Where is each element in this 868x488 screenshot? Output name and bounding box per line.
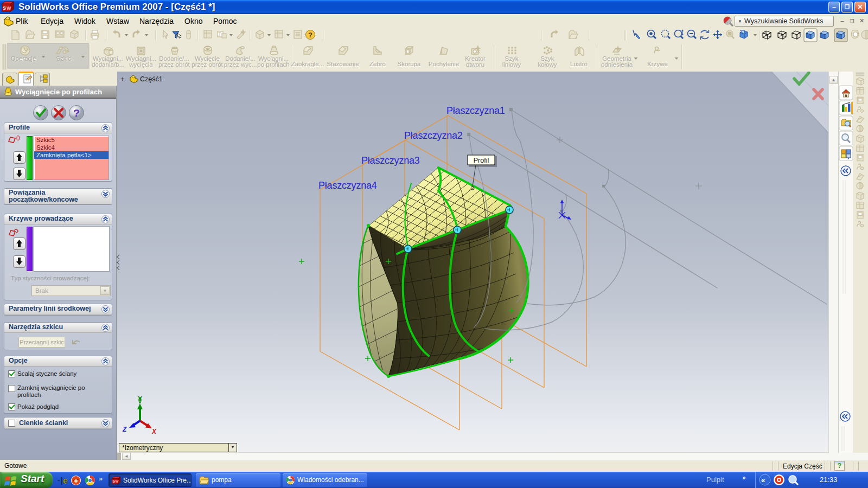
- svg-text:«: «: [761, 476, 765, 484]
- svg-text:»: »: [99, 474, 103, 483]
- svg-text:wycięcia: wycięcia: [129, 61, 153, 68]
- svg-text:Profil: Profil: [474, 157, 489, 164]
- svg-text:przez wyc...: przez wyc...: [224, 61, 257, 68]
- svg-text:dodania/b...: dodania/b...: [92, 61, 124, 68]
- svg-text:Płaszczyzna2: Płaszczyzna2: [404, 130, 463, 141]
- svg-text:przez obrót: przez obrót: [192, 61, 223, 68]
- svg-text:?: ?: [308, 31, 312, 39]
- svg-text:Żebro: Żebro: [369, 61, 386, 67]
- svg-text:Płaszczyzna3: Płaszczyzna3: [361, 155, 420, 166]
- svg-text:Płaszczyzna4: Płaszczyzna4: [318, 180, 377, 191]
- svg-text:Pochylenie: Pochylenie: [429, 61, 459, 67]
- svg-text:kołowy: kołowy: [538, 61, 557, 68]
- svg-text:Σ: Σ: [218, 31, 221, 37]
- svg-text:X: X: [151, 428, 157, 435]
- svg-text:0: 0: [16, 135, 20, 142]
- svg-text:Krzywe: Krzywe: [647, 61, 668, 67]
- svg-text:W: W: [7, 5, 11, 11]
- svg-text:Skorupa: Skorupa: [398, 61, 421, 67]
- svg-text:Płaszczyzna1: Płaszczyzna1: [446, 105, 505, 116]
- svg-text:po profilach: po profilach: [257, 61, 289, 68]
- svg-text:-: -: [58, 476, 60, 485]
- svg-text:Lustro: Lustro: [570, 61, 588, 67]
- svg-text:Operacje: Operacje: [11, 55, 36, 62]
- svg-text:Szkic: Szkic: [56, 55, 71, 62]
- svg-text:W: W: [115, 479, 118, 483]
- svg-text:przez obrót: przez obrót: [158, 61, 190, 68]
- svg-text:?: ?: [73, 107, 80, 119]
- svg-text:+: +: [120, 75, 124, 83]
- svg-text:e: e: [63, 476, 68, 485]
- svg-text:Sfazowanie: Sfazowanie: [327, 61, 359, 67]
- svg-text:S: S: [3, 5, 6, 11]
- svg-text:odniesienia: odniesienia: [601, 61, 633, 68]
- svg-text:Z: Z: [122, 426, 127, 433]
- svg-text:Część1: Część1: [140, 75, 163, 83]
- svg-text:Y: Y: [138, 395, 142, 403]
- svg-text:S: S: [112, 479, 114, 483]
- svg-text:liniowy: liniowy: [502, 61, 521, 68]
- svg-text:otworu: otworu: [466, 61, 485, 68]
- svg-text:Zaokrągle...: Zaokrągle...: [291, 61, 324, 67]
